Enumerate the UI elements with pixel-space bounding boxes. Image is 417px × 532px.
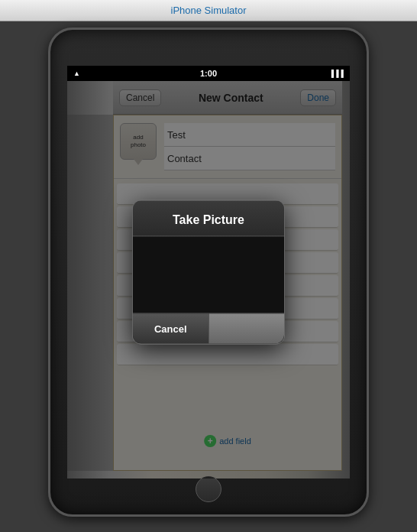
action-sheet-title: Take Picture xyxy=(133,201,284,237)
action-cancel-button[interactable]: Cancel xyxy=(133,314,209,344)
title-bar: iPhone Simulator xyxy=(0,0,417,21)
action-choose-button[interactable] xyxy=(209,314,285,344)
title-bar-text: iPhone Simulator xyxy=(171,5,247,16)
camera-icon xyxy=(133,237,284,313)
status-time: 1:00 xyxy=(200,69,217,78)
action-sheet-body xyxy=(133,237,284,313)
battery-icon: ▐▐▐ xyxy=(329,70,344,77)
ipad-shell: ▲ 1:00 ▐▐▐ Cancel New Contact Done add p… xyxy=(48,28,369,517)
action-sheet-buttons: Cancel xyxy=(133,313,284,344)
home-button[interactable] xyxy=(196,476,221,502)
action-sheet: Take Picture Cancel xyxy=(132,200,285,345)
ipad-screen: ▲ 1:00 ▐▐▐ Cancel New Contact Done add p… xyxy=(67,66,350,478)
status-bar: ▲ 1:00 ▐▐▐ xyxy=(67,66,350,81)
wifi-icon: ▲ xyxy=(73,70,80,77)
